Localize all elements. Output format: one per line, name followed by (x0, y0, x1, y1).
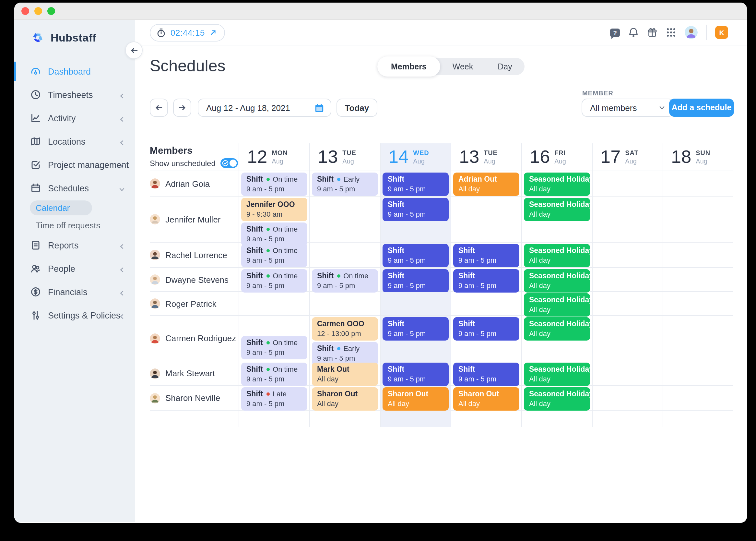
day-cell[interactable] (663, 171, 733, 196)
member-cell[interactable]: Carmen Rodriguez (150, 316, 239, 361)
org-avatar[interactable]: K (715, 26, 728, 39)
member-cell[interactable]: Dwayne Stevens (150, 268, 239, 291)
schedule-card[interactable]: Adrian OutAll day (453, 173, 519, 196)
day-cell[interactable] (592, 268, 663, 291)
day-cell[interactable] (592, 197, 663, 242)
day-cell[interactable] (451, 292, 521, 315)
day-header-tue-13[interactable]: 13TUEAug (309, 143, 380, 171)
schedule-card[interactable]: Jennifer OOO9 - 9:30 am (241, 198, 307, 221)
add-schedule-button[interactable]: Add a schedule (669, 99, 734, 117)
user-avatar[interactable] (685, 26, 698, 39)
day-cell[interactable]: ShiftLate9 am - 5 pm (239, 386, 309, 410)
sidebar-item-financials[interactable]: Financials (14, 280, 135, 303)
member-cell[interactable]: Adrian Goia (150, 171, 239, 196)
schedule-card[interactable]: Seasoned HolidayAll day (524, 244, 590, 267)
schedule-card[interactable]: Mark OutAll day (312, 363, 378, 386)
next-week-button[interactable] (173, 99, 191, 117)
day-cell[interactable]: Shift9 am - 5 pm (380, 171, 451, 196)
day-cell[interactable]: Seasoned HolidayAll day (521, 197, 592, 242)
day-cell[interactable]: Shift9 am - 5 pm (380, 197, 451, 242)
day-cell[interactable] (451, 197, 521, 242)
schedule-card[interactable]: ShiftLate9 am - 5 pm (241, 387, 307, 411)
day-cell[interactable]: ShiftOn time9 am - 5 pm (239, 268, 309, 291)
timer-widget[interactable]: 02:44:15 (150, 24, 225, 41)
day-cell[interactable]: Shift9 am - 5 pm (451, 243, 521, 267)
schedule-card[interactable]: Sharon OutAll day (453, 387, 519, 411)
apps-grid-icon[interactable] (666, 27, 676, 38)
day-cell[interactable]: ShiftOn time9 am - 5 pm (309, 268, 380, 291)
schedule-card[interactable]: Seasoned HolidayAll day (524, 198, 590, 221)
day-cell[interactable]: Shift9 am - 5 pm (380, 316, 451, 361)
day-header-wed-14[interactable]: 14WEDAug (380, 143, 451, 171)
member-cell[interactable]: Rachel Lorrence (150, 243, 239, 267)
day-cell[interactable]: Shift9 am - 5 pm (451, 316, 521, 361)
schedule-card[interactable]: ShiftOn time9 am - 5 pm (241, 173, 307, 196)
schedule-card[interactable]: Sharon OutAll day (382, 387, 449, 411)
day-cell[interactable]: Seasoned HolidayAll day (521, 316, 592, 361)
sidebar-item-reports[interactable]: Reports (14, 234, 135, 257)
day-cell[interactable]: Carmen OOO12 - 13:00 pmShiftEarly9 am - … (309, 316, 380, 361)
sidebar-item-timesheets[interactable]: Timesheets (14, 83, 135, 106)
tab-members[interactable]: Members (378, 56, 440, 77)
zoom-window-button[interactable] (47, 7, 55, 15)
tab-week[interactable]: Week (440, 58, 485, 75)
day-cell[interactable]: Shift9 am - 5 pm (380, 243, 451, 267)
day-header-sat-17[interactable]: 17SATAug (592, 143, 663, 171)
tab-day[interactable]: Day (485, 58, 524, 75)
day-cell[interactable]: ShiftOn time9 am - 5 pm (239, 171, 309, 196)
schedule-card[interactable]: Shift9 am - 5 pm (453, 244, 519, 267)
schedule-card[interactable]: Shift9 am - 5 pm (382, 269, 449, 292)
sidebar-item-locations[interactable]: Locations (14, 130, 135, 153)
today-button[interactable]: Today (337, 99, 378, 117)
schedule-card[interactable]: Shift9 am - 5 pm (382, 363, 449, 386)
day-cell[interactable] (592, 243, 663, 267)
day-cell[interactable]: Sharon OutAll day (309, 386, 380, 410)
day-cell[interactable] (592, 316, 663, 361)
schedule-card[interactable]: Shift9 am - 5 pm (453, 269, 519, 292)
day-cell[interactable] (592, 292, 663, 315)
day-cell[interactable]: ShiftOn time9 am - 5 pm (239, 243, 309, 267)
help-icon[interactable]: ? (610, 28, 620, 37)
schedule-card[interactable]: ShiftOn time9 am - 5 pm (241, 269, 307, 292)
day-header-tue-13[interactable]: 13TUEAug (451, 143, 521, 171)
schedule-card[interactable]: Sharon OutAll day (312, 387, 378, 411)
day-cell[interactable]: ShiftOn time9 am - 5 pm (239, 316, 309, 361)
member-cell[interactable]: Mark Stewart (150, 361, 239, 385)
sidebar-subitem-time-off-requests[interactable]: Time off requests (14, 217, 135, 234)
day-header-sun-18[interactable]: 18SUNAug (663, 143, 733, 171)
day-cell[interactable]: Shift9 am - 5 pm (380, 268, 451, 291)
day-cell[interactable]: ShiftOn time9 am - 5 pm (239, 361, 309, 385)
day-cell[interactable] (663, 292, 733, 315)
day-cell[interactable] (592, 361, 663, 385)
day-cell[interactable] (592, 171, 663, 196)
member-cell[interactable]: Jennifer Muller (150, 197, 239, 242)
sidebar-item-schedules[interactable]: Schedules (14, 177, 135, 200)
day-cell[interactable] (663, 386, 733, 410)
day-cell[interactable]: Shift9 am - 5 pm (380, 361, 451, 385)
day-cell[interactable] (592, 386, 663, 410)
sidebar-item-settings-policies[interactable]: Settings & Policies (14, 303, 135, 327)
sidebar-subitem-calendar[interactable]: Calendar (30, 201, 92, 215)
schedule-card[interactable]: ShiftOn time9 am - 5 pm (241, 363, 307, 386)
day-cell[interactable] (663, 197, 733, 242)
day-cell[interactable]: Seasoned HolidayAll day (521, 361, 592, 385)
schedule-card[interactable]: ShiftOn time9 am - 5 pm (241, 336, 307, 359)
day-cell[interactable]: Adrian OutAll day (451, 171, 521, 196)
schedule-card[interactable]: Seasoned HolidayAll day (524, 173, 590, 196)
day-cell[interactable] (663, 361, 733, 385)
schedule-card[interactable]: Carmen OOO12 - 13:00 pm (312, 317, 378, 340)
minimize-window-button[interactable] (34, 7, 42, 15)
day-cell[interactable]: Mark OutAll day (309, 361, 380, 385)
schedule-card[interactable]: Shift9 am - 5 pm (382, 198, 449, 221)
day-cell[interactable] (309, 243, 380, 267)
day-cell[interactable] (663, 316, 733, 361)
day-header-mon-12[interactable]: 12MONAug (239, 143, 309, 171)
close-window-button[interactable] (21, 7, 29, 15)
day-header-fri-16[interactable]: 16FRIAug (521, 143, 592, 171)
schedule-card[interactable]: ShiftOn time9 am - 5 pm (312, 269, 378, 292)
schedule-card[interactable]: Seasoned HolidayAll day (524, 363, 590, 386)
hubstaff-logo[interactable]: Hubstaff (14, 29, 135, 48)
sidebar-item-project-management[interactable]: Project management (14, 153, 135, 177)
day-cell[interactable] (663, 268, 733, 291)
schedule-card[interactable]: Shift9 am - 5 pm (453, 317, 519, 340)
